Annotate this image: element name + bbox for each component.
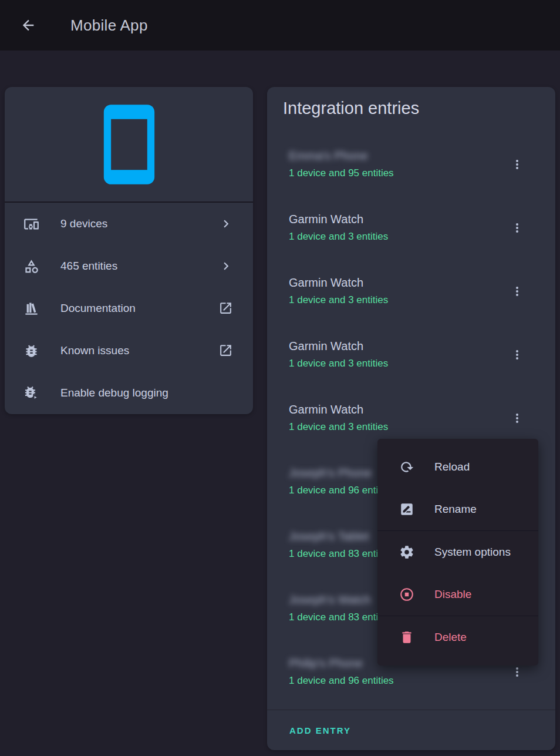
documentation-link[interactable]: Documentation <box>5 287 253 330</box>
dots-vertical-icon <box>510 411 524 425</box>
entry-row: Garmin Watch 1 device and 3 entities <box>267 383 555 446</box>
integration-icon-header <box>5 87 253 203</box>
bug-icon <box>23 343 39 359</box>
menu-item-label: Reload <box>434 461 470 473</box>
entry-name: Garmin Watch <box>289 402 363 417</box>
back-button[interactable] <box>14 11 42 39</box>
integration-overview-card: 9 devices 465 entities Documentation <box>5 87 253 414</box>
entities-row[interactable]: 465 entities <box>5 245 253 287</box>
menu-item-delete[interactable]: Delete <box>377 616 538 658</box>
open-in-new-icon <box>218 343 234 358</box>
entry-name: Joseph's Watch <box>289 592 371 607</box>
delete-icon <box>399 630 414 645</box>
known-issues-label: Known issues <box>60 344 129 357</box>
menu-item-disable[interactable]: Disable <box>377 573 538 616</box>
shapes-icon <box>23 258 39 274</box>
entry-summary-link[interactable]: 1 device and 3 entities <box>289 230 388 244</box>
cog-icon <box>399 545 414 560</box>
cellphone-icon <box>86 101 173 188</box>
devices-icon <box>23 216 39 232</box>
documentation-label: Documentation <box>60 302 136 315</box>
dots-vertical-icon <box>510 348 524 362</box>
dots-vertical-icon <box>510 665 524 679</box>
overview-list: 9 devices 465 entities Documentation <box>5 203 253 414</box>
entry-summary-link[interactable]: 1 device and 96 entities <box>289 674 394 688</box>
entry-row: Emma's Phone 1 device and 95 entities <box>267 129 555 193</box>
entries-card-footer: ADD ENTRY <box>267 710 555 750</box>
dots-vertical-icon <box>510 157 524 172</box>
menu-item-rename[interactable]: Rename <box>377 488 538 530</box>
bug-play-icon <box>23 385 39 401</box>
entry-menu-button[interactable] <box>505 343 529 367</box>
entry-menu-button[interactable] <box>505 406 529 430</box>
reload-icon <box>399 459 414 475</box>
rename-box-icon <box>399 502 414 517</box>
entry-summary-link[interactable]: 1 device and 3 entities <box>289 420 388 434</box>
stop-circle-icon <box>399 587 414 602</box>
add-entry-button[interactable]: ADD ENTRY <box>280 720 360 741</box>
entries-card-title: Integration entries <box>267 87 555 129</box>
menu-item-label: Delete <box>434 631 467 644</box>
arrow-left-icon <box>20 17 36 33</box>
entry-name: Joseph's Phone <box>289 465 372 481</box>
entry-name: Garmin Watch <box>289 211 363 227</box>
entry-row: Garmin Watch 1 device and 3 entities <box>267 256 555 320</box>
entry-menu-button[interactable] <box>505 280 529 303</box>
known-issues-link[interactable]: Known issues <box>5 330 253 372</box>
app-bar: Mobile App <box>0 0 560 51</box>
page-title: Mobile App <box>70 16 148 35</box>
bookshelf-icon <box>23 301 39 317</box>
enable-debug-logging-label: Enable debug logging <box>60 387 168 399</box>
devices-label: 9 devices <box>60 217 107 230</box>
menu-item-label: System options <box>434 546 511 559</box>
menu-item-reload[interactable]: Reload <box>377 446 538 488</box>
entry-row: Garmin Watch 1 device and 3 entities <box>267 320 555 383</box>
entry-summary-link[interactable]: 1 device and 3 entities <box>289 293 388 307</box>
menu-item-label: Disable <box>434 588 471 601</box>
devices-row[interactable]: 9 devices <box>5 203 253 245</box>
menu-item-system-options[interactable]: System options <box>377 531 538 573</box>
entry-context-menu: Reload Rename System options Disable Del… <box>377 439 538 666</box>
entry-name: Philip's Phone <box>289 656 363 671</box>
entry-name: Garmin Watch <box>289 275 363 290</box>
entry-menu-button[interactable] <box>505 153 529 176</box>
entry-name: Joseph's Tablet <box>289 529 369 544</box>
dots-vertical-icon <box>510 221 524 235</box>
entry-name: Garmin Watch <box>289 338 363 354</box>
entry-summary-link[interactable]: 1 device and 3 entities <box>289 357 388 371</box>
enable-debug-logging-button[interactable]: Enable debug logging <box>5 372 253 414</box>
entry-summary-link[interactable]: 1 device and 95 entities <box>289 166 394 180</box>
entry-row: Garmin Watch 1 device and 3 entities <box>267 193 555 256</box>
chevron-right-icon <box>218 216 234 231</box>
chevron-right-icon <box>218 258 234 274</box>
entry-name: Emma's Phone <box>289 148 368 163</box>
menu-item-label: Rename <box>434 503 477 516</box>
entry-menu-button[interactable] <box>505 216 529 240</box>
dots-vertical-icon <box>510 284 524 298</box>
entities-label: 465 entities <box>60 260 117 273</box>
open-in-new-icon <box>218 301 234 316</box>
